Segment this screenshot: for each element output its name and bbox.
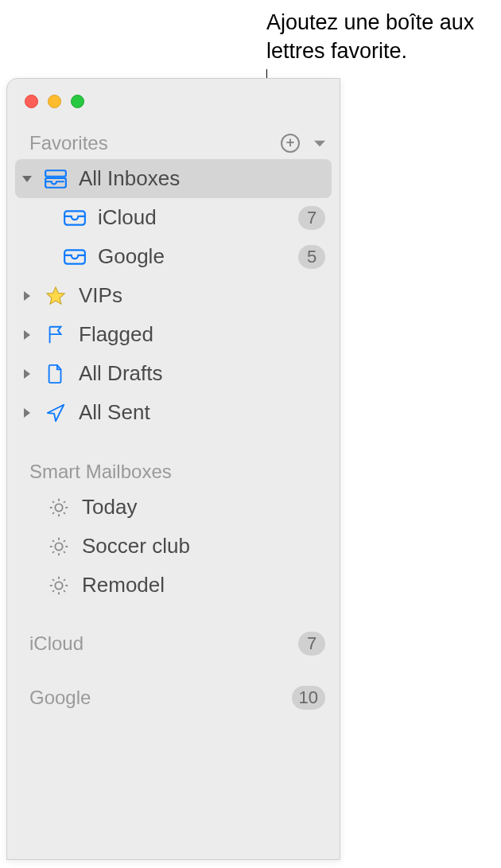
sidebar-item-label: VIPs (79, 283, 325, 308)
favorites-header: Favorites (7, 123, 340, 159)
svg-point-5 (55, 543, 62, 550)
inbox-icon (63, 208, 87, 228)
svg-rect-2 (64, 211, 85, 224)
account-label: iCloud (29, 633, 84, 655)
sidebar-item-label: Flagged (79, 322, 325, 347)
sidebar-item-label: iCloud (98, 205, 287, 230)
sidebar-item-vips[interactable]: VIPs (7, 276, 340, 315)
gear-icon (47, 536, 71, 557)
svg-rect-0 (45, 170, 66, 177)
svg-point-6 (55, 582, 62, 589)
sidebar-item-label: All Sent (79, 400, 325, 425)
flag-icon (44, 325, 68, 345)
svg-rect-3 (64, 250, 85, 263)
sidebar-item-all-sent[interactable]: All Sent (7, 393, 340, 432)
sent-icon (44, 403, 68, 423)
chevron-right-icon[interactable] (21, 291, 33, 301)
sidebar-item-label: Today (82, 495, 325, 520)
add-favorite-button[interactable] (281, 134, 300, 153)
svg-point-4 (55, 504, 62, 511)
draft-icon (44, 364, 68, 384)
maximize-button[interactable] (71, 95, 84, 108)
sidebar-item-icloud[interactable]: iCloud 7 (7, 198, 340, 237)
smart-mailboxes-header: Smart Mailboxes (7, 451, 340, 488)
sidebar-item-flagged[interactable]: Flagged (7, 315, 340, 354)
gear-icon (47, 497, 71, 518)
sidebar-item-soccer-club[interactable]: Soccer club (7, 527, 340, 566)
account-section-google[interactable]: Google 10 (7, 678, 340, 718)
window-titlebar (7, 79, 340, 123)
minimize-button[interactable] (48, 95, 61, 108)
smart-mailboxes-label: Smart Mailboxes (29, 461, 172, 483)
sidebar-item-label: Remodel (82, 573, 325, 597)
chevron-right-icon[interactable] (21, 408, 33, 418)
chevron-right-icon[interactable] (21, 330, 33, 340)
inbox-icon (63, 247, 87, 267)
unread-badge: 7 (298, 632, 325, 656)
sidebar-item-label: All Drafts (79, 361, 325, 386)
chevron-right-icon[interactable] (21, 369, 33, 379)
sidebar-item-today[interactable]: Today (7, 488, 340, 527)
sidebar-item-google[interactable]: Google 5 (7, 237, 340, 276)
unread-badge: 5 (298, 245, 325, 269)
unread-badge: 7 (298, 206, 325, 230)
sidebar-item-label: Google (98, 244, 287, 269)
account-label: Google (29, 687, 91, 709)
gear-icon (47, 575, 71, 596)
sidebar-item-label: Soccer club (82, 534, 325, 559)
favorites-label: Favorites (29, 132, 108, 154)
account-section-icloud[interactable]: iCloud 7 (7, 624, 340, 664)
sidebar-item-remodel[interactable]: Remodel (7, 566, 340, 605)
mail-sidebar-window: Favorites All Inboxes iCloud 7 (6, 78, 340, 860)
callout-label: Ajoutez une boîte aux lettres favorite. (266, 8, 489, 66)
sidebar-item-all-drafts[interactable]: All Drafts (7, 354, 340, 393)
star-icon (44, 286, 68, 306)
inbox-stack-icon (44, 169, 68, 189)
close-button[interactable] (25, 95, 38, 108)
chevron-down-icon[interactable] (314, 140, 325, 146)
sidebar-item-all-inboxes[interactable]: All Inboxes (15, 159, 332, 198)
chevron-down-icon[interactable] (21, 176, 33, 182)
sidebar-item-label: All Inboxes (79, 166, 325, 191)
unread-badge: 10 (292, 686, 325, 710)
